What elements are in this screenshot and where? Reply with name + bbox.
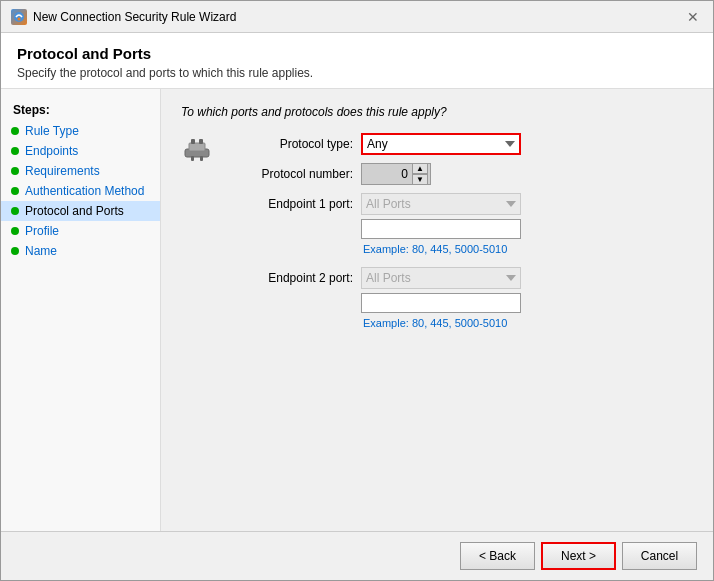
endpoint2-label: Endpoint 2 port:	[223, 271, 353, 285]
close-button[interactable]: ✕	[683, 7, 703, 27]
cancel-button[interactable]: Cancel	[622, 542, 697, 570]
window-icon	[11, 9, 27, 25]
step-dot	[11, 167, 19, 175]
sidebar-section-label: Steps:	[1, 99, 160, 121]
back-button[interactable]: < Back	[460, 542, 535, 570]
step-dot	[11, 227, 19, 235]
page-header: Protocol and Ports Specify the protocol …	[1, 33, 713, 89]
step-dot	[11, 147, 19, 155]
svg-rect-7	[200, 156, 203, 161]
endpoint1-row: Endpoint 1 port: All Ports Specific Port…	[223, 193, 693, 215]
svg-rect-4	[191, 139, 195, 144]
protocol-number-input[interactable]	[362, 165, 412, 183]
endpoint2-row: Endpoint 2 port: All Ports Specific Port…	[223, 267, 693, 289]
svg-rect-5	[199, 139, 203, 144]
endpoint1-text-row	[223, 219, 693, 239]
protocol-number-label: Protocol number:	[223, 167, 353, 181]
sidebar-label-endpoints: Endpoints	[25, 144, 78, 158]
endpoint2-text-row	[223, 293, 693, 313]
sidebar: Steps: Rule Type Endpoints Requirements …	[1, 89, 161, 531]
sidebar-item-profile[interactable]: Profile	[1, 221, 160, 241]
sidebar-item-endpoints[interactable]: Endpoints	[1, 141, 160, 161]
sidebar-item-authentication-method[interactable]: Authentication Method	[1, 181, 160, 201]
sidebar-label-profile: Profile	[25, 224, 59, 238]
main-panel: To which ports and protocols does this r…	[161, 89, 713, 531]
endpoint2-text-input[interactable]	[361, 293, 521, 313]
wizard-window: New Connection Security Rule Wizard ✕ Pr…	[0, 0, 714, 581]
window-title: New Connection Security Rule Wizard	[33, 10, 236, 24]
endpoint1-example: Example: 80, 445, 5000-5010	[363, 243, 693, 255]
svg-point-1	[18, 17, 21, 20]
sidebar-item-name[interactable]: Name	[1, 241, 160, 261]
sidebar-item-protocol-and-ports[interactable]: Protocol and Ports	[1, 201, 160, 221]
sidebar-label-protocol-and-ports: Protocol and Ports	[25, 204, 124, 218]
sidebar-label-rule-type: Rule Type	[25, 124, 79, 138]
spinner-up-button[interactable]: ▲	[412, 163, 428, 174]
protocol-section: Protocol type: Any TCP UDP ICMPv4 ICMPv6…	[181, 133, 693, 341]
protocol-fields: Protocol type: Any TCP UDP ICMPv4 ICMPv6…	[223, 133, 693, 341]
endpoint1-select[interactable]: All Ports Specific Ports	[361, 193, 521, 215]
protocol-type-row: Protocol type: Any TCP UDP ICMPv4 ICMPv6…	[223, 133, 693, 155]
content-area: Steps: Rule Type Endpoints Requirements …	[1, 89, 713, 531]
endpoint2-select[interactable]: All Ports Specific Ports	[361, 267, 521, 289]
sidebar-label-requirements: Requirements	[25, 164, 100, 178]
svg-rect-3	[189, 143, 205, 151]
main-question: To which ports and protocols does this r…	[181, 105, 693, 119]
footer: < Back Next > Cancel	[1, 531, 713, 580]
protocol-icon	[181, 135, 213, 167]
page-subtitle: Specify the protocol and ports to which …	[17, 66, 697, 80]
step-dot	[11, 207, 19, 215]
endpoint2-example: Example: 80, 445, 5000-5010	[363, 317, 693, 329]
protocol-type-label: Protocol type:	[223, 137, 353, 151]
spinner-buttons: ▲ ▼	[412, 163, 428, 185]
page-title: Protocol and Ports	[17, 45, 697, 62]
next-button[interactable]: Next >	[541, 542, 616, 570]
endpoint1-text-input[interactable]	[361, 219, 521, 239]
step-dot	[11, 187, 19, 195]
sidebar-item-rule-type[interactable]: Rule Type	[1, 121, 160, 141]
spinner-down-button[interactable]: ▼	[412, 174, 428, 185]
endpoint1-label: Endpoint 1 port:	[223, 197, 353, 211]
step-dot	[11, 127, 19, 135]
step-dot	[11, 247, 19, 255]
protocol-number-wrapper: ▲ ▼	[361, 163, 431, 185]
sidebar-label-authentication-method: Authentication Method	[25, 184, 144, 198]
svg-rect-6	[191, 156, 194, 161]
sidebar-label-name: Name	[25, 244, 57, 258]
title-bar: New Connection Security Rule Wizard ✕	[1, 1, 713, 33]
protocol-type-select[interactable]: Any TCP UDP ICMPv4 ICMPv6 Custom	[361, 133, 521, 155]
sidebar-item-requirements[interactable]: Requirements	[1, 161, 160, 181]
protocol-number-row: Protocol number: ▲ ▼	[223, 163, 693, 185]
